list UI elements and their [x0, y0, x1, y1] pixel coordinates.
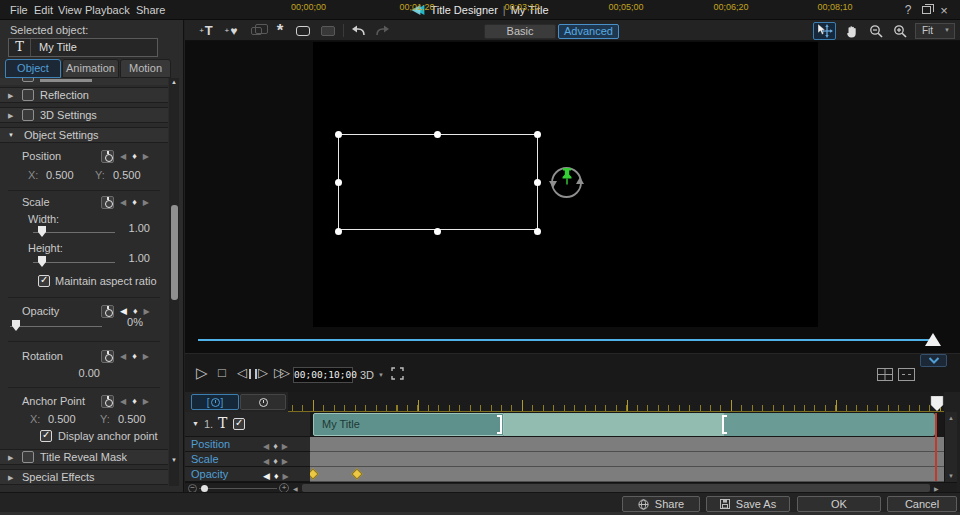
panel-scrollbar-thumb[interactable] [171, 205, 178, 300]
zoom-out-tool-button[interactable] [864, 22, 887, 40]
add-keyframe-button[interactable]: ♦ [132, 395, 137, 408]
position-keyframe-lane[interactable] [310, 437, 944, 452]
opacity-keyframe[interactable] [310, 468, 319, 479]
selection-handle[interactable] [335, 228, 342, 235]
position-y-value[interactable]: 0.500 [113, 169, 141, 181]
prev-keyframe-button[interactable]: ◀ [120, 196, 126, 209]
scroll-right-icon[interactable]: ▶ [934, 485, 939, 492]
title-clip-middle-segment[interactable] [504, 413, 724, 436]
opacity-keyframe-lane[interactable] [310, 467, 944, 482]
preview-seekbar[interactable] [198, 339, 933, 341]
menu-file[interactable]: File [10, 4, 28, 16]
scroll-up-icon[interactable]: ▲ [948, 415, 954, 421]
insert-shape-button[interactable]: +♥ [219, 22, 243, 39]
timecode-display[interactable]: 00;00;10;00 [293, 367, 353, 383]
add-keyframe-button[interactable]: ♦ [132, 196, 137, 209]
selection-handle[interactable] [534, 179, 541, 186]
scale-keyframe-lane[interactable] [310, 452, 944, 467]
selection-handle[interactable] [534, 131, 541, 138]
opacity-slider[interactable] [10, 326, 102, 327]
section-object-settings[interactable]: ▼ Object Settings [0, 127, 168, 143]
menu-view[interactable]: View [58, 4, 82, 16]
end-effect-start-marker[interactable] [722, 415, 727, 434]
anchor-pin-icon[interactable] [561, 168, 573, 185]
previous-frame-button[interactable]: ◁ [237, 365, 247, 380]
redo-button[interactable] [371, 22, 394, 39]
grid-toggle-button[interactable] [877, 368, 893, 381]
prev-keyframe-button[interactable]: ◀ [120, 150, 126, 163]
opacity-keyframe[interactable] [351, 468, 362, 479]
add-keyframe-button[interactable]: ♦ [132, 350, 137, 363]
track-visibility-checkbox[interactable] [233, 418, 245, 430]
insert-background-button[interactable] [316, 22, 340, 39]
save-as-button[interactable]: Save As [706, 496, 790, 512]
next-keyframe-button[interactable]: ▶ [143, 350, 149, 363]
help-button[interactable]: ? [901, 3, 915, 17]
next-keyframe-button[interactable]: ▶ [143, 150, 149, 163]
close-button[interactable]: × [937, 3, 951, 18]
expanded-icon[interactable]: ▼ [192, 420, 199, 427]
preview-seekbar-handle[interactable] [925, 333, 941, 346]
width-slider-thumb[interactable] [38, 226, 46, 237]
title-reveal-mask-checkbox[interactable] [22, 451, 34, 463]
anchor-x-value[interactable]: 0.500 [48, 413, 76, 425]
section-title-reveal-mask[interactable]: ▶ Title Reveal Mask [0, 449, 168, 465]
selection-handle[interactable] [534, 228, 541, 235]
timeline-vertical-scrollbar[interactable]: ▲ ▼ [944, 412, 957, 482]
select-move-tool-button[interactable] [813, 22, 836, 40]
next-frame-button[interactable]: ▷ [258, 365, 268, 380]
insert-text-button[interactable]: +T [194, 22, 218, 39]
prev-keyframe-button[interactable]: ◀ [120, 395, 126, 408]
safe-area-toggle-button[interactable] [898, 368, 915, 381]
insert-border-button[interactable] [291, 22, 315, 39]
timeline-horizontal-scrollbar-thumb[interactable] [302, 484, 930, 492]
advanced-mode-button[interactable]: Advanced [558, 24, 619, 39]
zoom-in-tool-button[interactable] [888, 22, 911, 40]
section-reflection[interactable]: ▶ Reflection [0, 87, 168, 103]
menu-share[interactable]: Share [136, 4, 165, 16]
collapse-panel-button[interactable] [920, 354, 947, 367]
stopwatch-icon[interactable] [101, 395, 114, 408]
title-track-lane[interactable]: My Title [310, 412, 944, 437]
basic-mode-button[interactable]: Basic [484, 24, 556, 39]
position-x-value[interactable]: 0.500 [46, 169, 74, 181]
timeline-zoom-slider[interactable] [199, 488, 277, 489]
menu-edit[interactable]: Edit [34, 4, 53, 16]
insert-particle-button[interactable]: * [269, 22, 291, 39]
stopwatch-icon[interactable] [101, 150, 114, 163]
rotation-value[interactable]: 0.00 [55, 367, 100, 379]
hand-tool-button[interactable] [840, 22, 863, 40]
fast-forward-button[interactable]: ▷▷ [274, 365, 286, 380]
full-duration-mode-button[interactable] [240, 394, 286, 410]
menu-playback[interactable]: Playback [85, 4, 130, 16]
display-anchor-point-checkbox[interactable] [40, 430, 52, 442]
section-3d-settings[interactable]: ▶ 3D Settings [0, 107, 168, 123]
scroll-down-icon[interactable]: ▼ [948, 473, 954, 479]
add-keyframe-button[interactable]: ♦ [132, 150, 137, 163]
next-keyframe-button[interactable]: ▶ [143, 395, 149, 408]
zoom-level-dropdown[interactable]: Fit ▼ [915, 23, 955, 39]
selection-handle[interactable] [434, 131, 441, 138]
scroll-down-icon[interactable]: ▼ [169, 457, 179, 463]
stopwatch-icon[interactable] [101, 196, 114, 209]
height-slider-thumb[interactable] [38, 256, 46, 267]
selected-object-field[interactable]: T My Title [8, 38, 158, 57]
3d-mode-button[interactable]: 3D [360, 369, 374, 381]
group-objects-button[interactable] [244, 22, 268, 39]
tab-animation[interactable]: Animation [62, 59, 119, 78]
opacity-slider-thumb[interactable] [12, 320, 20, 331]
selection-bounding-box[interactable] [338, 134, 538, 230]
3d-settings-checkbox[interactable] [22, 109, 34, 121]
restore-window-button[interactable] [922, 6, 931, 14]
selection-handle[interactable] [335, 131, 342, 138]
scroll-up-icon[interactable]: ▲ [169, 79, 179, 85]
section-special-effects[interactable]: ▶ Special Effects [0, 469, 168, 485]
undo-button[interactable] [347, 22, 370, 39]
stopwatch-icon[interactable] [101, 350, 114, 363]
fullscreen-button[interactable] [391, 367, 404, 380]
tab-object[interactable]: Object [5, 59, 61, 78]
scroll-left-icon[interactable]: ◀ [293, 485, 298, 492]
title-clip-end-segment[interactable] [724, 413, 935, 436]
share-button[interactable]: Share [622, 496, 700, 512]
title-clip-start-segment[interactable]: My Title [313, 413, 504, 436]
